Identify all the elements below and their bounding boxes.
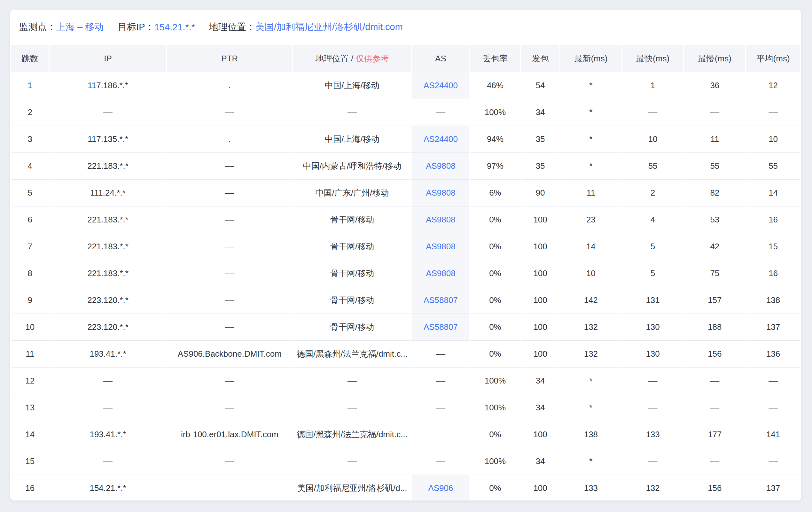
cell-ptr: ––	[167, 207, 292, 233]
cell-fastest: 4	[622, 207, 684, 233]
cell-ptr: ––	[167, 153, 292, 180]
info-bar: 监测点： 上海 – 移动 目标IP： 154.21.*.* 地理位置： 美国/加…	[10, 9, 801, 45]
cell-avg: 10	[746, 126, 800, 153]
as-link[interactable]: AS9808	[426, 161, 456, 171]
column-header-ptr: PTR	[167, 45, 292, 72]
cell-loss: 0%	[470, 287, 520, 314]
cell-avg: 12	[746, 72, 800, 99]
cell-latest: 138	[560, 421, 621, 448]
cell-avg: 137	[746, 314, 800, 341]
cell-hop: 16	[11, 475, 49, 501]
cell-slowest: 177	[684, 421, 745, 448]
cell-avg: ––	[746, 448, 800, 475]
cell-geo: 骨干网/移动	[293, 207, 411, 233]
cell-latest: *	[560, 394, 621, 421]
cell-latest: 142	[560, 287, 621, 314]
cell-avg: 16	[746, 207, 800, 233]
geo-location-value[interactable]: 美国/加利福尼亚州/洛杉矶/dmit.com	[255, 21, 403, 34]
cell-sent: 34	[521, 367, 559, 394]
cell-slowest: 157	[684, 287, 745, 314]
cell-ptr: irb-100.er01.lax.DMIT.com	[167, 421, 292, 448]
cell-sent: 100	[521, 260, 559, 287]
column-header-latest: 最新(ms)	[560, 45, 621, 72]
cell-ip: ––	[50, 367, 166, 394]
cell-sent: 35	[521, 126, 559, 153]
cell-ptr: ––	[167, 448, 292, 475]
geo-location-label: 地理位置：	[209, 21, 255, 34]
as-link[interactable]: AS906	[428, 483, 453, 493]
cell-slowest: ––	[684, 448, 745, 475]
column-header-geo: 地理位置 / 仅供参考	[293, 45, 411, 72]
cell-latest: *	[560, 153, 621, 180]
cell-sent: 90	[521, 180, 559, 207]
cell-latest: *	[560, 72, 621, 99]
cell-geo: 德国/黑森州/法兰克福/dmit.c...	[293, 341, 411, 367]
cell-geo: 美国/加利福尼亚州/洛杉矶/d...	[293, 475, 411, 501]
cell-ip: 111.24.*.*	[50, 180, 166, 207]
cell-sent: 54	[521, 72, 559, 99]
cell-ptr: .	[167, 126, 292, 153]
column-header-avg: 平均(ms)	[746, 45, 800, 72]
cell-as: ––	[412, 394, 469, 421]
cell-geo: 中国/上海/移动	[293, 126, 411, 153]
cell-as: AS24400	[412, 126, 469, 153]
as-link[interactable]: AS58807	[424, 322, 458, 332]
cell-avg: 14	[746, 180, 800, 207]
hop-row: 14193.41.*.*irb-100.er01.lax.DMIT.com德国/…	[11, 421, 800, 448]
cell-latest: *	[560, 448, 621, 475]
cell-as: AS9808	[412, 233, 469, 260]
cell-avg: ––	[746, 367, 800, 394]
cell-hop: 10	[11, 314, 49, 341]
cell-hop: 15	[11, 448, 49, 475]
hop-row: 12––––––––100%34*––––––	[11, 367, 800, 394]
cell-loss: 100%	[470, 99, 520, 126]
cell-latest: 132	[560, 314, 621, 341]
hop-row: 4221.183.*.*––中国/内蒙古/呼和浩特/移动AS980897%35*…	[11, 153, 800, 180]
cell-as: ––	[412, 448, 469, 475]
cell-slowest: ––	[684, 367, 745, 394]
cell-sent: 34	[521, 99, 559, 126]
cell-loss: 100%	[470, 448, 520, 475]
cell-slowest: 82	[684, 180, 745, 207]
cell-geo: 骨干网/移动	[293, 233, 411, 260]
cell-hop: 3	[11, 126, 49, 153]
as-link[interactable]: AS9808	[426, 268, 456, 278]
as-link[interactable]: AS9808	[426, 188, 456, 198]
cell-latest: 133	[560, 475, 621, 501]
cell-fastest: 133	[622, 421, 684, 448]
cell-loss: 46%	[470, 72, 520, 99]
cell-geo: 德国/黑森州/法兰克福/dmit.c...	[293, 421, 411, 448]
cell-avg: 138	[746, 287, 800, 314]
as-link[interactable]: AS24400	[424, 81, 458, 90]
hop-row: 1117.186.*.*.中国/上海/移动AS2440046%54*13612	[11, 72, 800, 99]
as-link[interactable]: AS9808	[426, 242, 456, 251]
hop-row: 7221.183.*.*––骨干网/移动AS98080%1001454215	[11, 233, 800, 260]
as-link[interactable]: AS58807	[424, 295, 458, 305]
cell-ip: 221.183.*.*	[50, 260, 166, 287]
trace-result-card: 监测点： 上海 – 移动 目标IP： 154.21.*.* 地理位置： 美国/加…	[10, 9, 801, 501]
cell-loss: 0%	[470, 233, 520, 260]
as-link[interactable]: AS9808	[426, 215, 456, 224]
cell-fastest: 130	[622, 314, 684, 341]
cell-geo: 骨干网/移动	[293, 287, 411, 314]
target-ip-value[interactable]: 154.21.*.*	[154, 22, 195, 33]
cell-latest: 14	[560, 233, 621, 260]
hop-row: 3117.135.*.*.中国/上海/移动AS2440094%35*101110	[11, 126, 800, 153]
cell-geo: 中国/上海/移动	[293, 72, 411, 99]
cell-as: AS9808	[412, 207, 469, 233]
cell-fastest: 1	[622, 72, 684, 99]
hop-row: 16154.21.*.*美国/加利福尼亚州/洛杉矶/d...AS9060%100…	[11, 475, 800, 501]
cell-ip: 221.183.*.*	[50, 153, 166, 180]
cell-loss: 0%	[470, 314, 520, 341]
cell-avg: 137	[746, 475, 800, 501]
page: { "colors": { "link_blue": "#4374f4", "n…	[0, 0, 812, 512]
monitor-point-value[interactable]: 上海 – 移动	[56, 21, 104, 34]
column-header-fastest: 最快(ms)	[622, 45, 684, 72]
cell-loss: 100%	[470, 367, 520, 394]
cell-fastest: ––	[622, 394, 684, 421]
cell-slowest: ––	[684, 99, 745, 126]
as-link[interactable]: AS24400	[424, 134, 458, 144]
cell-sent: 100	[521, 233, 559, 260]
cell-loss: 0%	[470, 421, 520, 448]
column-header-hop: 跳数	[11, 45, 49, 72]
